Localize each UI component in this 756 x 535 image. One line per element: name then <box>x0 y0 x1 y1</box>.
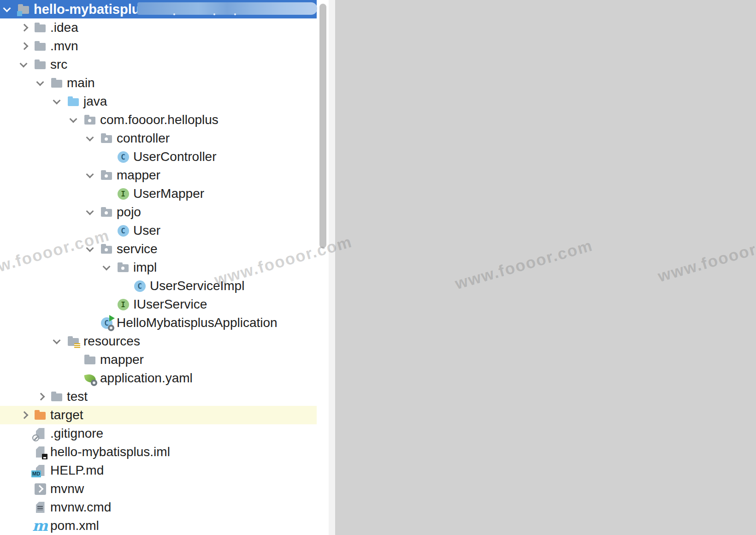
tree-row-mapper[interactable]: mapper <box>0 351 317 369</box>
tree-row-src[interactable]: src <box>0 55 317 74</box>
tree-row-impl[interactable]: impl <box>0 258 317 277</box>
tree-row-pom.xml[interactable]: mpom.xml <box>0 517 317 535</box>
folder-icon <box>34 59 46 71</box>
chevron-slot <box>20 501 34 513</box>
chevron-down-icon[interactable] <box>20 59 34 71</box>
tree-item-label: UserServiceImpl <box>150 279 244 293</box>
tree-item-label: .mvn <box>50 39 78 54</box>
gear-icon <box>108 325 114 331</box>
class-icon: C <box>117 151 129 163</box>
tree-row-hellomybatisplusapplication[interactable]: CHelloMybatisplusApplication <box>0 314 317 332</box>
tree-row-main[interactable]: main <box>0 74 317 92</box>
tree-row-iuserservice[interactable]: IIUserService <box>0 295 317 314</box>
tree-row-test[interactable]: test <box>0 387 317 406</box>
tree-row-java[interactable]: java <box>0 92 317 111</box>
folder-icon <box>51 77 63 89</box>
tree-item-label: application.yaml <box>100 371 193 386</box>
chevron-right-icon[interactable] <box>20 22 34 34</box>
folder-icon <box>34 40 46 52</box>
package-icon <box>100 169 112 181</box>
project-folder-icon <box>18 3 30 15</box>
panel-splitter[interactable] <box>329 0 335 535</box>
tree-item-label: mvnw.cmd <box>50 500 111 515</box>
chevron-down-icon[interactable] <box>87 243 100 255</box>
blur-dot <box>234 13 236 15</box>
tree-row-usercontroller[interactable]: CUserController <box>0 148 317 166</box>
tree-row-usermapper[interactable]: IUserMapper <box>0 184 317 203</box>
excluded-folder-icon <box>34 409 46 421</box>
tree-item-label: controller <box>117 131 170 146</box>
chevron-slot <box>120 280 134 292</box>
editor-empty-area[interactable]: Search EverywhereDouble ⇧Go to File⇧⌘ORe… <box>335 0 756 535</box>
tree-row-mvnw[interactable]: mvnw <box>0 480 317 498</box>
tree-item-label: mapper <box>100 352 144 367</box>
folder-icon <box>84 354 96 366</box>
tree-row-user[interactable]: CUser <box>0 221 317 240</box>
maven-icon: m <box>34 520 46 532</box>
shell-script-icon <box>34 483 46 495</box>
resources-folder-icon <box>67 335 79 347</box>
package-icon <box>100 132 112 144</box>
tree-row-resources[interactable]: resources <box>0 332 317 351</box>
chevron-down-icon[interactable] <box>87 169 100 181</box>
spring-config-icon <box>84 372 96 384</box>
tree-row-hello-mybatisplus[interactable]: hello-mybatisplus <box>0 0 317 18</box>
chevron-right-icon[interactable] <box>20 409 34 421</box>
chevron-down-icon[interactable] <box>53 95 67 107</box>
tree-item-label: HELP.md <box>50 463 104 478</box>
tree-row-userserviceimpl[interactable]: CUserServiceImpl <box>0 277 317 295</box>
tree-row-controller[interactable]: controller <box>0 129 317 148</box>
text-file-icon <box>34 501 46 513</box>
chevron-down-icon[interactable] <box>70 114 84 126</box>
interface-icon: I <box>117 188 129 200</box>
chevron-down-icon[interactable] <box>87 206 100 218</box>
tree-item-label: hello-mybatisplus.iml <box>50 445 170 459</box>
tree-item-label: .idea <box>50 20 78 35</box>
chevron-slot <box>20 446 34 458</box>
tree-row-mapper[interactable]: mapper <box>0 166 317 184</box>
tree-row-help.md[interactable]: MDHELP.md <box>0 461 317 480</box>
blurred-project-path <box>137 2 317 15</box>
markdown-file-icon: MD <box>34 464 46 476</box>
tree-row-application.yaml[interactable]: application.yaml <box>0 369 317 387</box>
chevron-right-icon[interactable] <box>37 391 51 403</box>
tree-row-hello-mybatisplus.iml[interactable]: hello-mybatisplus.iml <box>0 443 317 461</box>
tree-item-label: mapper <box>117 168 160 183</box>
tree-row-target[interactable]: target <box>0 406 317 424</box>
chevron-right-icon[interactable] <box>20 40 34 52</box>
tree-item-label: com.foooor.helloplus <box>100 113 219 127</box>
tree-row-com.foooor.helloplus[interactable]: com.foooor.helloplus <box>0 111 317 129</box>
project-tree: hello-mybatisplus.idea.mvnsrcmainjavacom… <box>0 0 329 535</box>
tree-row-mvnw.cmd[interactable]: mvnw.cmd <box>0 498 317 517</box>
tree-row-.gitignore[interactable]: .gitignore <box>0 424 317 443</box>
tree-item-label: UserController <box>133 149 217 164</box>
tree-row-pojo[interactable]: pojo <box>0 203 317 221</box>
tree-item-label: IUserService <box>133 297 207 312</box>
tree-item-label: src <box>50 57 67 72</box>
project-tree-panel: hello-mybatisplus.idea.mvnsrcmainjavacom… <box>0 0 329 535</box>
tree-item-label: service <box>117 242 158 256</box>
chevron-down-icon[interactable] <box>103 262 117 273</box>
chevron-slot <box>70 372 84 384</box>
tree-row-.mvn[interactable]: .mvn <box>0 37 317 55</box>
tree-item-label: pom.xml <box>50 518 99 533</box>
chevron-down-icon[interactable] <box>53 335 67 347</box>
blur-dot <box>173 13 175 15</box>
chevron-down-icon[interactable] <box>4 3 18 15</box>
tree-row-service[interactable]: service <box>0 240 317 258</box>
chevron-down-icon[interactable] <box>87 132 100 144</box>
tree-item-label: resources <box>83 334 140 349</box>
chevron-down-icon[interactable] <box>37 77 51 89</box>
folder-icon <box>34 22 46 34</box>
tree-item-label: UserMapper <box>133 186 204 201</box>
tree-scrollbar[interactable] <box>319 4 326 248</box>
package-icon <box>117 262 129 273</box>
chevron-slot <box>20 483 34 495</box>
tree-item-label: hello-mybatisplus <box>34 2 148 17</box>
source-folder-icon <box>67 95 79 107</box>
blur-dot <box>121 13 123 15</box>
tree-item-label: pojo <box>117 205 141 220</box>
tree-item-label: User <box>133 223 160 238</box>
package-icon <box>100 243 112 255</box>
tree-row-.idea[interactable]: .idea <box>0 18 317 37</box>
